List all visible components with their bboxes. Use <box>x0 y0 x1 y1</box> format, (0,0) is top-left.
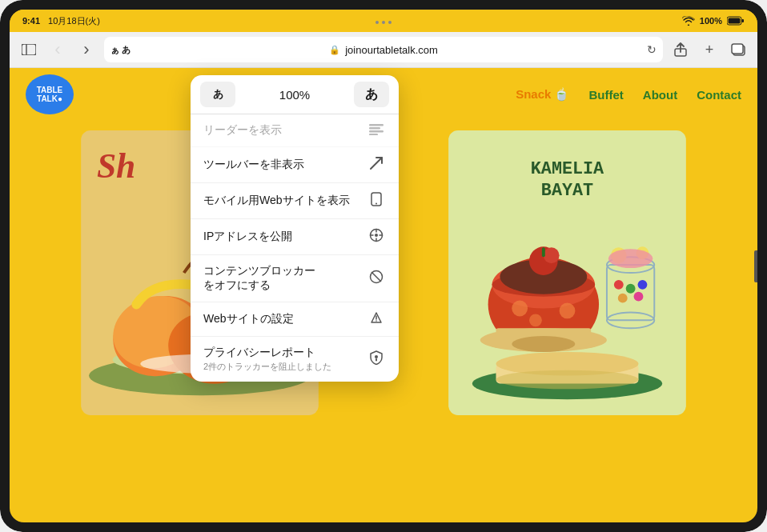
svg-rect-2 <box>729 18 741 24</box>
text-size-increase-button[interactable]: あ <box>354 82 389 107</box>
wifi-icon <box>682 16 695 26</box>
new-tab-button[interactable]: + <box>698 38 721 61</box>
aa-text: ぁ あ <box>110 44 131 56</box>
back-button[interactable]: ‹ <box>46 38 69 61</box>
hide-toolbar-label: ツールバーを非表示 <box>203 158 304 172</box>
svg-rect-66 <box>375 358 377 362</box>
svg-point-26 <box>544 247 560 263</box>
top-handle <box>375 21 392 24</box>
svg-text:BAYAT: BAYAT <box>541 181 593 201</box>
svg-point-56 <box>375 234 378 237</box>
svg-rect-49 <box>369 124 384 126</box>
svg-point-43 <box>634 292 644 302</box>
right-art-card: KAMELIA BAYAT <box>390 130 745 415</box>
svg-rect-3 <box>22 44 36 55</box>
svg-point-65 <box>375 320 377 322</box>
content-blocker-item[interactable]: コンテンツブロッカーをオフにする <box>191 255 399 302</box>
svg-point-30 <box>529 314 542 326</box>
forward-button[interactable]: › <box>75 38 98 61</box>
reader-view-icon <box>367 124 386 138</box>
svg-rect-52 <box>369 134 378 135</box>
url-text: joinourtabletalk.com <box>345 44 438 56</box>
svg-rect-7 <box>732 44 743 54</box>
dropdown-menu: あ 100% あ リーダーを表示 ツールバーを非表示 <box>191 75 399 382</box>
content-blocker-icon <box>367 270 386 287</box>
sidebar-button[interactable] <box>18 38 40 61</box>
back-icon: ‹ <box>54 41 60 58</box>
svg-rect-1 <box>742 19 745 22</box>
svg-rect-27 <box>542 247 545 257</box>
svg-text:Sh: Sh <box>97 146 135 185</box>
svg-text:KAMELIA: KAMELIA <box>531 159 604 179</box>
svg-point-40 <box>626 284 636 294</box>
svg-point-42 <box>618 294 628 303</box>
forward-icon: › <box>83 41 89 58</box>
nav-about[interactable]: About <box>643 88 677 102</box>
svg-point-48 <box>496 370 639 390</box>
hide-toolbar-icon <box>367 156 386 174</box>
website-settings-label: Webサイトの設定 <box>203 312 294 326</box>
hide-toolbar-item[interactable]: ツールバーを非表示 <box>191 147 399 183</box>
mobile-site-label: モバイル用Webサイトを表示 <box>203 194 350 208</box>
text-size-decrease-button[interactable]: あ <box>200 82 235 107</box>
svg-point-54 <box>375 203 377 205</box>
svg-point-41 <box>638 280 648 290</box>
svg-point-28 <box>512 301 528 317</box>
ip-address-item[interactable]: IPアドレスを公開 <box>191 219 399 255</box>
device-frame: 9:41 10月18日(火) 100% <box>0 0 767 532</box>
content-blocker-label: コンテンツブロッカーをオフにする <box>203 264 315 293</box>
ip-address-label: IPアドレスを公開 <box>203 230 292 244</box>
site-logo: TABLETALK● <box>26 74 74 114</box>
reader-view-item[interactable]: リーダーを表示 <box>191 114 399 147</box>
nav-buffet[interactable]: Buffet <box>589 88 624 102</box>
svg-line-62 <box>371 272 381 282</box>
plus-icon: + <box>705 42 714 58</box>
site-nav-links: Snack 🍵 Buffet About Contact <box>516 87 741 102</box>
status-right: 100% <box>682 16 745 26</box>
reload-icon[interactable]: ↻ <box>647 43 657 56</box>
status-left: 9:41 10月18日(火) <box>22 15 100 27</box>
battery-icon <box>727 16 745 26</box>
svg-rect-50 <box>369 127 380 130</box>
ip-address-icon <box>367 228 386 246</box>
share-button[interactable] <box>669 38 692 61</box>
reader-view-label: リーダーを表示 <box>203 123 282 138</box>
logo-text: TABLETALK● <box>37 86 63 103</box>
tabs-button[interactable] <box>727 38 749 61</box>
privacy-report-sublabel: 2件のトラッカーを阻止しました <box>203 361 331 373</box>
browser-actions: + <box>669 38 749 61</box>
privacy-report-icon <box>367 350 386 368</box>
screen: 9:41 10月18日(火) 100% <box>10 10 757 522</box>
nav-contact[interactable]: Contact <box>697 88 741 102</box>
lock-icon: 🔒 <box>329 45 340 55</box>
dropdown-top-bar: あ 100% あ <box>191 75 399 114</box>
svg-point-29 <box>560 303 576 319</box>
side-button[interactable] <box>754 250 757 282</box>
svg-rect-51 <box>369 130 384 133</box>
browser-chrome: ‹ › ぁ あ 🔒 joinourtabletalk.com ↻ + <box>10 32 757 68</box>
battery-percentage: 100% <box>700 16 722 26</box>
website-settings-icon <box>367 311 386 327</box>
svg-point-33 <box>512 336 575 352</box>
privacy-report-item[interactable]: プライバシーレポート 2件のトラッカーを阻止しました <box>191 337 399 382</box>
mobile-site-icon <box>367 192 386 210</box>
svg-point-44 <box>608 249 653 268</box>
url-bar[interactable]: ぁ あ 🔒 joinourtabletalk.com ↻ <box>104 37 663 62</box>
zoom-level: 100% <box>279 88 310 102</box>
svg-point-39 <box>614 280 624 290</box>
website-settings-item[interactable]: Webサイトの設定 <box>191 302 399 337</box>
nav-snack[interactable]: Snack 🍵 <box>516 87 569 102</box>
status-time: 9:41 <box>22 16 40 26</box>
mobile-site-item[interactable]: モバイル用Webサイトを表示 <box>191 183 399 219</box>
privacy-report-label: プライバシーレポート <box>203 346 331 360</box>
status-bar: 9:41 10月18日(火) 100% <box>10 10 757 32</box>
status-date: 10月18日(火) <box>48 15 100 27</box>
